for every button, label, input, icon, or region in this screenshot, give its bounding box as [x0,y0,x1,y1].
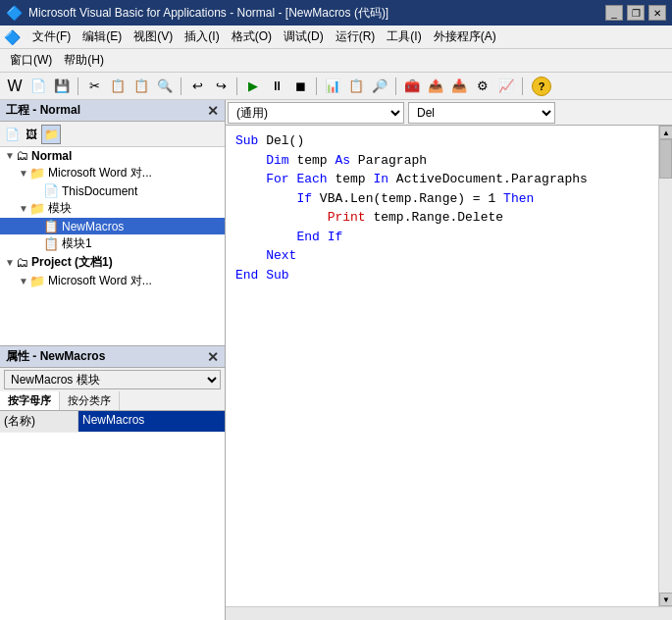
newmacros-icon: 📋 [43,219,59,233]
sep1 [78,78,78,95]
project-tree: ▼ 🗂 Normal ▼ 📁 Microsoft Word 对... 📄 Thi… [0,147,225,345]
code-line-5: Print temp.Range.Delete [235,208,648,228]
code-line-2: Dim temp As Paragraph [235,151,648,171]
stop-btn[interactable]: ◼ [289,76,311,97]
save-btn[interactable]: 💾 [51,76,73,97]
project-panel-close[interactable]: ✕ [207,103,219,119]
code-line-6: End If [235,228,648,247]
project-btn[interactable]: 📊 [322,76,343,97]
tree-item-project1[interactable]: ▼ 🗂 Project (文档1) [0,253,225,272]
tree-item-normal[interactable]: ▼ 🗂 Normal [0,147,225,164]
toolbox-btn[interactable]: 🧰 [401,76,423,97]
minimize-button[interactable]: _ [605,5,623,21]
right-scrollbar[interactable]: ▲ ▼ [658,126,672,606]
code-panel: (通用) Del Sub Del() Dim temp As Paragraph… [226,100,672,620]
modules-folder-icon: 📁 [29,201,45,216]
more-btn4[interactable]: 📈 [495,76,517,97]
find-btn[interactable]: 🔍 [154,76,176,97]
sep4 [316,78,317,95]
tree-item-word[interactable]: ▼ 📁 Microsoft Word 对... [0,164,225,182]
word-folder-icon: 📁 [29,166,45,181]
thisdoc-icon: 📄 [43,183,59,198]
tree-item-modules[interactable]: ▼ 📁 模块 [0,199,225,218]
tab-alphabetic[interactable]: 按字母序 [0,391,60,410]
props-tabs: 按字母序 按分类序 [0,391,225,411]
sep2 [181,78,181,95]
props-btn[interactable]: 📋 [345,76,367,97]
bottom-scrollbar[interactable] [226,606,672,620]
cut-btn[interactable]: ✂ [83,76,105,97]
app-icon: 🔷 [6,5,23,21]
normal-icon: 🗂 [16,148,28,163]
sep5 [395,78,396,95]
code-editor[interactable]: Sub Del() Dim temp As Paragraph For Each… [226,126,658,606]
props-val-cell[interactable]: NewMacros [78,411,225,432]
props-panel-close[interactable]: ✕ [207,349,219,365]
sep3 [236,78,237,95]
sep6 [522,78,523,95]
more-btn3[interactable]: ⚙ [472,76,493,97]
code-proc-dropdown[interactable]: Del [408,102,555,124]
run-btn[interactable]: ▶ [242,76,264,97]
pause-btn[interactable]: ⏸ [266,76,287,97]
more-btn2[interactable]: 📥 [448,76,470,97]
tree-item-module1[interactable]: 📋 模块1 [0,234,225,253]
menu-run[interactable]: 运行(R) [330,26,382,47]
redo-btn[interactable]: ↪ [210,76,232,97]
copy-btn[interactable]: 📋 [107,76,129,97]
paste-btn[interactable]: 📋 [130,76,152,97]
code-line-1: Sub Del() [235,131,648,151]
code-line-4: If VBA.Len(temp.Range) = 1 Then [235,189,648,209]
obj-browser-btn[interactable]: 🔎 [369,76,390,97]
menu-help[interactable]: 帮助(H) [58,50,110,71]
menu-window[interactable]: 窗口(W) [4,50,58,71]
menu-edit[interactable]: 编辑(E) [77,26,128,47]
module1-icon: 📋 [43,236,59,251]
menu-tools[interactable]: 工具(I) [381,26,427,47]
tree-item-thisdoc[interactable]: 📄 ThisDocument [0,182,225,199]
word-icon-btn[interactable]: W [4,76,26,97]
menu-view[interactable]: 视图(V) [128,26,179,47]
new-btn[interactable]: 📄 [27,76,49,97]
project-toolbar: 📄 🖼 📁 [0,122,225,147]
props-dropdown[interactable]: NewMacros 模块 [4,370,221,389]
props-panel-header: 属性 - NewMacros ✕ [0,346,225,368]
tree-item-word2[interactable]: ▼ 📁 Microsoft Word 对... [0,272,225,290]
project-panel-header: 工程 - Normal ✕ [0,100,225,122]
props-panel-title: 属性 - NewMacros [6,348,105,365]
menu-bar-2: 窗口(W) 帮助(H) [0,49,672,73]
menu-addins[interactable]: 外接程序(A) [428,26,502,47]
menu-file[interactable]: 文件(F) [26,26,77,47]
project1-icon: 🗂 [16,255,28,270]
left-panel: 工程 - Normal ✕ 📄 🖼 📁 ▼ 🗂 Normal ▼ 📁 Micro… [0,100,226,620]
menu-debug[interactable]: 调试(D) [278,26,330,47]
menu-format[interactable]: 格式(O) [226,26,278,47]
props-grid: (名称) NewMacros [0,411,225,620]
code-scope-dropdown[interactable]: (通用) [228,102,404,124]
scroll-down-btn[interactable]: ▼ [659,593,672,606]
props-name-cell: (名称) [0,411,78,432]
scroll-track[interactable] [659,139,672,593]
more-btn1[interactable]: 📤 [425,76,446,97]
props-row-name: (名称) NewMacros [0,411,225,433]
menu-insert[interactable]: 插入(I) [179,26,225,47]
scroll-thumb[interactable] [659,139,672,179]
title-bar: 🔷 Microsoft Visual Basic for Application… [0,0,672,26]
tree-item-newmacros[interactable]: 📋 NewMacros [0,218,225,234]
code-toolbar: (通用) Del [226,100,672,126]
title-controls: _ ❐ ✕ [605,5,666,21]
code-line-7: Next [235,246,648,266]
app-icon-menu: 🔷 [4,29,21,45]
help-btn[interactable]: ? [532,77,551,96]
close-button[interactable]: ✕ [648,5,666,21]
title-text: Microsoft Visual Basic for Applications … [28,5,605,22]
proj-toggle-folders[interactable]: 📁 [41,125,61,144]
restore-button[interactable]: ❐ [627,5,645,21]
undo-btn[interactable]: ↩ [186,76,208,97]
proj-view-object[interactable]: 🖼 [22,125,41,144]
scroll-up-btn[interactable]: ▲ [659,126,672,139]
project-panel-title: 工程 - Normal [6,102,80,119]
tab-categorized[interactable]: 按分类序 [60,391,120,410]
proj-view-code[interactable]: 📄 [2,125,22,144]
toolbar: W 📄 💾 ✂ 📋 📋 🔍 ↩ ↪ ▶ ⏸ ◼ 📊 📋 🔎 🧰 📤 📥 ⚙ 📈 … [0,73,672,100]
